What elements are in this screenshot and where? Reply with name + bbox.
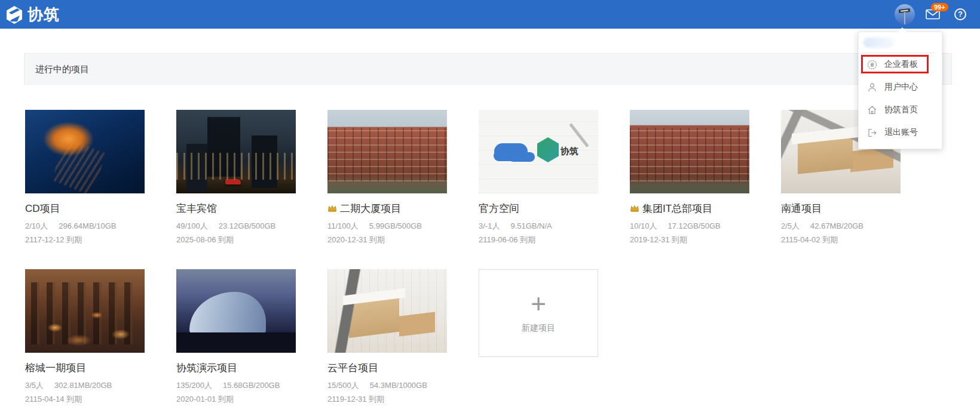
enterprise-badge-icon [867, 60, 877, 70]
project-expire-date: 2020-01-01 到期 [176, 394, 296, 405]
project-members: 11/100人 [327, 221, 359, 230]
project-storage: 15.68GB/200GB [223, 381, 280, 390]
app-logo[interactable]: 协筑 [5, 4, 60, 25]
avatar-sign-pole [904, 12, 905, 24]
project-expire-date: 2019-12-31 到期 [630, 235, 749, 245]
project-members: 135/200人 [176, 381, 212, 390]
help-button[interactable]: ? [954, 8, 966, 20]
user-avatar[interactable] [895, 4, 915, 24]
project-card[interactable]: 云平台项目 15/500人54.3MB/1000GB 2119-12-31 到期 [327, 269, 447, 405]
project-card[interactable]: 协筑 官方空间 3/-1人9.51GB/N/A 2119-06-06 到期 [479, 110, 598, 245]
project-storage: 9.51GB/N/A [510, 221, 552, 230]
project-storage: 23.12GB/500GB [219, 221, 275, 230]
user-dropdown-menu: 企业看板 用户中心 协筑首页 退出账号 [858, 32, 942, 149]
username-redacted [863, 38, 895, 48]
plus-icon: + [531, 293, 546, 315]
project-card[interactable]: 榕城一期项目 3/5人302.81MB/20GB 2115-04-14 到期 [25, 269, 145, 405]
project-expire-date: 2020-12-31 到期 [327, 235, 447, 245]
person-icon [867, 82, 877, 93]
menu-item-user-center[interactable]: 用户中心 [859, 76, 942, 98]
project-title: 协筑演示项目 [176, 361, 237, 375]
logo-hexagon-icon [5, 5, 24, 24]
project-thumbnail [176, 110, 296, 193]
project-thumbnail [25, 110, 145, 193]
project-members: 49/100人 [176, 221, 208, 230]
menu-item-label: 企业看板 [884, 59, 918, 70]
notification-badge[interactable]: 99+ [931, 3, 948, 11]
project-title: 二期大厦项目 [340, 202, 401, 215]
project-card[interactable]: CD项目 2/10人296.64MB/10GB 2117-12-12 到期 [25, 110, 145, 245]
project-card[interactable]: 协筑演示项目 135/200人15.68GB/200GB 2020-01-01 … [176, 269, 296, 405]
project-members: 3/-1人 [479, 221, 500, 230]
new-project-button[interactable]: + 新建项目 [479, 269, 598, 357]
project-expire-date: 2117-12-12 到期 [25, 235, 145, 245]
project-storage: 42.67MB/20GB [810, 221, 863, 230]
project-grid: CD项目 2/10人296.64MB/10GB 2117-12-12 到期 宝丰… [25, 110, 952, 405]
menu-item-label: 协筑首页 [884, 104, 918, 115]
dropdown-caret [898, 27, 907, 32]
project-members: 2/10人 [25, 221, 48, 230]
question-mark-icon: ? [958, 10, 963, 19]
project-expire-date: 2115-04-14 到期 [25, 394, 145, 405]
crown-icon [327, 203, 337, 215]
project-members: 15/500人 [327, 381, 359, 390]
home-icon [867, 105, 877, 115]
project-title: 集团IT总部项目 [642, 202, 712, 215]
project-storage: 302.81MB/20GB [54, 381, 112, 390]
project-card[interactable]: 二期大厦项目 11/100人5.99GB/500GB 2020-12-31 到期 [327, 110, 447, 245]
app-header: 协筑 99+ ? [0, 0, 980, 29]
project-expire-date: 2115-04-02 到期 [781, 235, 901, 245]
project-card[interactable]: 宝丰宾馆 49/100人23.12GB/500GB 2025-08-06 到期 [176, 110, 296, 245]
project-thumbnail [630, 110, 749, 193]
section-header: 进行中的项目 [24, 53, 952, 85]
menu-item-enterprise-dashboard[interactable]: 企业看板 [859, 53, 942, 76]
project-title: CD项目 [25, 202, 60, 215]
project-expire-date: 2119-12-31 到期 [327, 394, 447, 405]
project-thumbnail: 协筑 [479, 110, 598, 193]
logout-icon [867, 128, 877, 138]
project-members: 2/5人 [781, 221, 800, 230]
logo-text: 协筑 [27, 4, 60, 25]
project-thumbnail [176, 269, 296, 353]
project-card[interactable]: 集团IT总部项目 10/10人17.12GB/50GB 2019-12-31 到… [630, 110, 749, 245]
menu-item-label: 用户中心 [884, 82, 918, 93]
project-storage: 296.64MB/10GB [59, 221, 116, 230]
project-title: 南通项目 [781, 202, 822, 215]
project-thumbnail [327, 269, 447, 353]
project-title: 榕城一期项目 [25, 361, 86, 375]
project-storage: 54.3MB/1000GB [370, 381, 427, 390]
project-title: 云平台项目 [327, 361, 378, 375]
new-project-label: 新建项目 [522, 323, 555, 334]
project-storage: 17.12GB/50GB [668, 221, 721, 230]
project-members: 3/5人 [25, 381, 44, 390]
menu-item-label: 退出账号 [884, 127, 918, 138]
project-title: 宝丰宾馆 [176, 202, 217, 215]
project-thumbnail [327, 110, 447, 193]
project-storage: 5.99GB/500GB [369, 221, 422, 230]
project-title: 官方空间 [479, 202, 519, 215]
thumbnail-logo-text: 协筑 [561, 146, 578, 157]
project-expire-date: 2025-08-06 到期 [176, 235, 296, 245]
crown-icon [630, 203, 639, 215]
menu-item-home[interactable]: 协筑首页 [859, 98, 942, 121]
project-thumbnail [25, 269, 145, 353]
project-expire-date: 2119-06-06 到期 [479, 235, 598, 245]
project-members: 10/10人 [630, 221, 657, 230]
menu-item-logout[interactable]: 退出账号 [859, 121, 942, 144]
section-title: 进行中的项目 [35, 64, 89, 74]
